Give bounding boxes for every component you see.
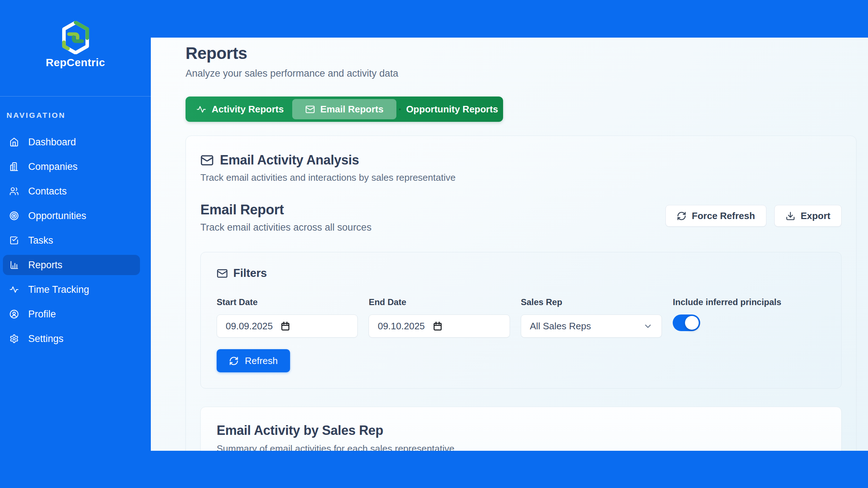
sales-rep-value: All Sales Reps — [530, 321, 591, 332]
download-icon — [786, 211, 795, 221]
sidebar-item-profile[interactable]: Profile — [3, 304, 140, 324]
start-date-input[interactable]: 09.09.2025 — [217, 314, 358, 338]
sidebar-item-tasks[interactable]: Tasks — [3, 230, 140, 251]
mail-icon — [217, 268, 228, 279]
sidebar-item-time-tracking[interactable]: Time Tracking — [3, 279, 140, 300]
brand-name: RepCentric — [46, 56, 105, 69]
home-icon — [9, 137, 19, 147]
dot-icon — [399, 108, 401, 110]
calendar-icon[interactable] — [433, 321, 442, 331]
sidebar-item-label: Profile — [28, 309, 56, 320]
force-refresh-label: Force Refresh — [692, 210, 755, 222]
target-icon — [9, 211, 19, 221]
email-activity-by-rep-card: Email Activity by Sales Rep Summary of e… — [200, 407, 842, 451]
report-title: Email Report — [200, 202, 371, 218]
page-subtitle: Analyze your sales performance and activ… — [186, 68, 856, 79]
users-icon — [9, 187, 19, 196]
section-header: Email Activity Analysis — [200, 153, 842, 168]
tab-label: Activity Reports — [212, 104, 284, 115]
tab-opportunity-reports[interactable]: Opportunity Reports — [396, 99, 501, 119]
mail-icon — [200, 154, 214, 167]
sidebar-item-label: Settings — [28, 333, 64, 344]
sales-rep-select[interactable]: All Sales Reps — [521, 314, 662, 338]
user-circle-icon — [9, 309, 19, 319]
activity-icon — [9, 285, 19, 294]
sidebar-item-opportunities[interactable]: Opportunities — [3, 206, 140, 226]
export-label: Export — [801, 210, 830, 222]
page-title: Reports — [186, 43, 856, 63]
sidebar-item-dashboard[interactable]: Dashboard — [3, 132, 140, 152]
tab-label: Email Reports — [320, 104, 384, 115]
inferred-principals-toggle[interactable] — [673, 314, 700, 331]
toggle-knob — [685, 316, 699, 330]
sidebar-item-companies[interactable]: Companies — [3, 157, 140, 177]
export-button[interactable]: Export — [774, 205, 842, 227]
start-date-value: 09.09.2025 — [226, 321, 273, 332]
main-panel: Reports Analyze your sales performance a… — [151, 38, 868, 451]
repcentric-logo-icon — [60, 21, 91, 54]
refresh-icon — [677, 211, 686, 221]
tab-label: Opportunity Reports — [406, 104, 498, 115]
filters-header: Filters — [217, 267, 825, 280]
logo: RepCentric — [0, 0, 151, 69]
sidebar-divider — [0, 96, 151, 97]
end-date-value: 09.10.2025 — [378, 321, 425, 332]
section-title: Email Activity Analysis — [220, 153, 359, 168]
sidebar-item-settings[interactable]: Settings — [3, 329, 140, 349]
report-subtitle: Track email activities across all source… — [200, 222, 371, 233]
building-icon — [9, 162, 19, 171]
end-date-input[interactable]: 09.10.2025 — [369, 314, 510, 338]
sidebar-item-reports[interactable]: Reports — [3, 255, 140, 275]
email-activity-analysis-card: Email Activity Analysis Track email acti… — [186, 136, 856, 451]
nav-section-label: NAVIGATION — [7, 111, 151, 120]
start-date-field: Start Date 09.09.2025 — [217, 297, 358, 338]
sidebar-item-label: Opportunities — [28, 210, 86, 222]
sidebar-item-label: Time Tracking — [28, 284, 89, 295]
calendar-icon[interactable] — [281, 321, 290, 331]
activity-icon — [196, 104, 206, 114]
chevron-down-icon — [643, 321, 653, 331]
check-square-icon — [9, 236, 19, 245]
activity-card-subtitle: Summary of email activities for each sal… — [217, 443, 825, 451]
activity-card-title: Email Activity by Sales Rep — [217, 423, 825, 438]
sidebar-item-label: Dashboard — [28, 137, 76, 148]
end-date-field: End Date 09.10.2025 — [369, 297, 510, 338]
sidebar-item-label: Contacts — [28, 186, 67, 197]
report-actions: Force Refresh Export — [665, 205, 842, 227]
filter-grid: Start Date 09.09.2025 End Date 09.10.202… — [217, 297, 825, 338]
refresh-label: Refresh — [245, 355, 278, 367]
inferred-principals-label: Include inferred principals — [673, 297, 825, 307]
report-header-row: Email Report Track email activities acro… — [200, 202, 842, 233]
sidebar-item-contacts[interactable]: Contacts — [3, 181, 140, 201]
inferred-principals-field: Include inferred principals — [673, 297, 825, 338]
report-header-text: Email Report Track email activities acro… — [200, 202, 371, 233]
filters-title: Filters — [233, 267, 267, 280]
section-subtitle: Track email activities and interactions … — [200, 172, 842, 183]
start-date-label: Start Date — [217, 297, 358, 307]
sales-rep-field: Sales Rep All Sales Reps — [521, 297, 662, 338]
refresh-icon — [229, 356, 239, 366]
tab-email-reports[interactable]: Email Reports — [292, 99, 396, 119]
force-refresh-button[interactable]: Force Refresh — [665, 205, 766, 227]
filters-card: Filters Start Date 09.09.2025 End Date 0… — [200, 252, 842, 389]
refresh-button[interactable]: Refresh — [217, 349, 290, 372]
mail-icon — [305, 104, 315, 114]
sidebar: RepCentric NAVIGATION Dashboard Companie… — [0, 0, 151, 488]
tab-activity-reports[interactable]: Activity Reports — [188, 99, 292, 119]
gear-icon — [9, 334, 19, 343]
bar-chart-icon — [9, 260, 19, 270]
sales-rep-label: Sales Rep — [521, 297, 662, 307]
sidebar-item-label: Tasks — [28, 235, 53, 246]
nav-list: Dashboard Companies Contacts Opportuniti… — [0, 132, 151, 349]
report-tabs: Activity Reports Email Reports Opportuni… — [186, 97, 503, 122]
sidebar-item-label: Reports — [28, 260, 63, 271]
sidebar-item-label: Companies — [28, 161, 78, 172]
end-date-label: End Date — [369, 297, 510, 307]
